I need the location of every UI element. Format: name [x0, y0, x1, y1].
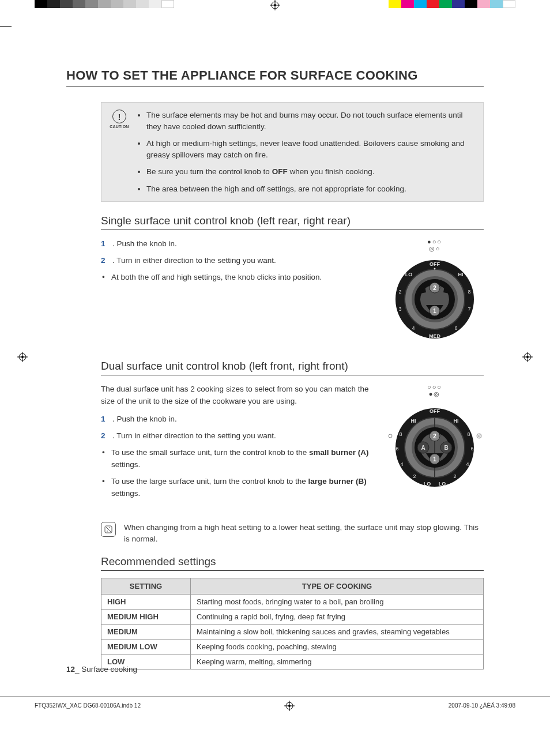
step-number: 1 — [101, 238, 106, 250]
dual-knob-diagram: 2 1 A B OFF HI HI 8 8 6 6 4 4 2 2 LO LO — [386, 401, 484, 494]
note-panel: When changing from a high heat setting t… — [101, 522, 484, 546]
step-2: 2. Turn in either direction to the setti… — [101, 430, 374, 442]
table-row: HIGHStarting most foods, bringing water … — [101, 595, 484, 610]
svg-text:LO: LO — [424, 481, 431, 487]
step-number: 2 — [101, 255, 106, 267]
type-cell: Keeping foods cooking, poaching, stewing — [191, 640, 484, 655]
dual-knob-figure: ○○○●◎ 2 1 A B OFF HI HI 8 8 6 6 4 4 — [386, 383, 484, 494]
caution-text: The surface elements may be hot and burn… — [146, 111, 463, 131]
table-header-setting: SETTING — [101, 578, 191, 595]
step-text: . Push the knob in. — [112, 415, 177, 423]
svg-text:OFF: OFF — [430, 261, 440, 267]
burner-indicator-icon: ○○○●◎ — [386, 383, 484, 398]
svg-text:4: 4 — [412, 325, 415, 331]
bullet-text: At both the off and high settings, the k… — [111, 273, 322, 281]
setting-cell: MEDIUM LOW — [101, 640, 191, 655]
svg-text:MED: MED — [429, 333, 441, 339]
print-file-name: FTQ352IWX_XAC DG68-00106A.indb 12 — [35, 702, 141, 709]
bullet-small-burner: To use the small surface unit, turn the … — [101, 447, 374, 471]
svg-text:2: 2 — [433, 433, 436, 439]
single-knob-figure: ●○○◎○ 2 1 OFF MED LO HI 2 3 4 6 7 — [386, 238, 484, 343]
svg-text:2: 2 — [453, 473, 456, 479]
grayscale-swatches — [35, 0, 174, 8]
svg-point-3 — [274, 4, 276, 6]
bullet-text-post: settings. — [111, 460, 140, 469]
registration-mark-icon — [270, 0, 280, 10]
registration-mark-icon — [284, 701, 295, 711]
table-row: LOWKeeping warm, melting, simmering — [101, 655, 484, 670]
svg-point-66 — [288, 705, 291, 707]
svg-point-60 — [477, 434, 481, 438]
svg-text:1: 1 — [433, 308, 436, 314]
print-timestamp: 2007-09-10 ¿ÀÈÄ 3:49:08 — [449, 702, 515, 709]
step-number: 2 — [101, 430, 106, 442]
section-name: _ Surface cooking — [75, 665, 137, 674]
svg-text:HI: HI — [411, 418, 416, 424]
caution-item: At high or medium-high settings, never l… — [146, 138, 473, 160]
dual-intro: The dual surface unit has 2 cooking size… — [101, 383, 374, 408]
bullet-text-pre: To use the large surface unit, turn the … — [111, 477, 308, 486]
note-bullet: At both the off and high settings, the k… — [101, 272, 374, 284]
page-number: 12 — [66, 665, 75, 674]
svg-text:8: 8 — [468, 289, 470, 295]
svg-text:2: 2 — [398, 289, 401, 295]
step-1: 1. Push the knob in. — [101, 238, 374, 250]
svg-point-61 — [478, 435, 480, 437]
type-cell: Starting most foods, bringing water to a… — [191, 595, 484, 610]
page-title: HOW TO SET THE APPLIANCE FOR SURFACE COO… — [66, 68, 484, 87]
table-header-type: TYPE OF COOKING — [191, 578, 484, 595]
type-cell: Continuing a rapid boil, frying, deep fa… — [191, 610, 484, 625]
page-content: HOW TO SET THE APPLIANCE FOR SURFACE COO… — [0, 10, 550, 714]
note-icon — [101, 522, 116, 537]
svg-text:7: 7 — [468, 306, 470, 312]
bullet-text-post: settings. — [111, 489, 140, 498]
bullet-text-bold: large burner (B) — [308, 477, 366, 486]
caution-item: The area between the high and off settin… — [146, 183, 473, 195]
svg-text:LO: LO — [405, 272, 413, 277]
svg-text:1: 1 — [433, 456, 436, 462]
single-knob-diagram: 2 1 OFF MED LO HI 2 3 4 6 7 8 — [391, 256, 478, 343]
single-knob-text: 1. Push the knob in. 2. Turn in either d… — [101, 238, 374, 288]
step-text: . Turn in either direction to the settin… — [112, 431, 276, 440]
svg-text:6: 6 — [454, 325, 457, 331]
caution-icon: ! — [112, 110, 126, 123]
burner-indicator-icon: ●○○◎○ — [386, 238, 484, 253]
svg-point-59 — [389, 434, 392, 438]
dual-knob-heading: Dual surface unit control knob (left fro… — [101, 360, 484, 375]
setting-cell: HIGH — [101, 595, 191, 610]
recommended-heading: Recommended settings — [101, 555, 484, 571]
dual-knob-text: The dual surface unit has 2 cooking size… — [101, 383, 374, 504]
caution-item: Be sure you turn the control knob to OFF… — [146, 166, 473, 178]
caution-text: The area between the high and off settin… — [146, 185, 406, 193]
caution-item: The surface elements may be hot and burn… — [146, 110, 473, 132]
type-cell: Maintaining a slow boil, thickening sauc… — [191, 625, 484, 640]
type-cell: Keeping warm, melting, simmering — [191, 655, 484, 670]
svg-text:6: 6 — [470, 446, 473, 452]
svg-text:B: B — [444, 445, 448, 451]
svg-text:3: 3 — [398, 306, 401, 312]
page-footer: 12_ Surface cooking — [66, 665, 137, 674]
svg-text:HI: HI — [454, 418, 459, 424]
caution-panel: ! CAUTION The surface elements may be ho… — [101, 102, 484, 202]
table-row: MEDIUMMaintaining a slow boil, thickenin… — [101, 625, 484, 640]
caution-text: Be sure you turn the control knob to OFF… — [146, 167, 374, 176]
svg-text:8: 8 — [399, 431, 402, 437]
dual-knob-section: The dual surface unit has 2 cooking size… — [101, 383, 484, 504]
svg-point-32 — [434, 268, 436, 270]
svg-text:4: 4 — [466, 461, 469, 467]
svg-text:OFF: OFF — [430, 408, 440, 414]
print-footer-bar: FTQ352IWX_XAC DG68-00106A.indb 12 2007-0… — [0, 697, 550, 714]
recommended-settings-table: SETTING TYPE OF COOKING HIGHStarting mos… — [101, 578, 484, 670]
caution-icon-column: ! CAUTION — [110, 110, 129, 194]
svg-text:LO: LO — [439, 481, 446, 487]
caution-text: At high or medium-high settings, never l… — [146, 139, 465, 159]
single-knob-section: 1. Push the knob in. 2. Turn in either d… — [101, 238, 484, 343]
svg-text:A: A — [421, 445, 425, 451]
step-1: 1. Push the knob in. — [101, 413, 374, 426]
step-number: 1 — [101, 413, 106, 426]
step-text: . Turn in either direction to the settin… — [112, 256, 276, 265]
setting-cell: MEDIUM — [101, 625, 191, 640]
note-text: When changing from a high heat setting t… — [124, 522, 484, 546]
color-swatches — [389, 0, 515, 8]
table-row: MEDIUM HIGHContinuing a rapid boil, fryi… — [101, 610, 484, 625]
